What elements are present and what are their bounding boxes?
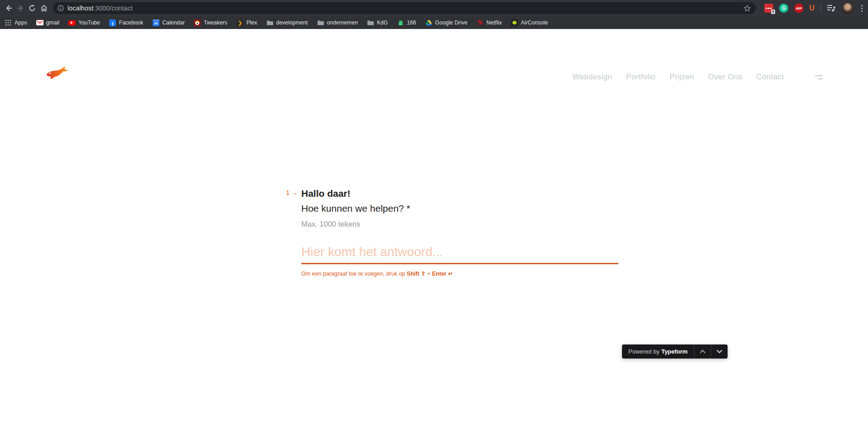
nav-item-prijzen[interactable]: Prijzen [670, 73, 694, 82]
bookmarks-bar: Apps gmail YouTube f Facebook 26 Calenda… [0, 16, 868, 29]
nav-item-over-ons[interactable]: Over Ons [708, 73, 742, 82]
bookmark-facebook[interactable]: f Facebook [109, 19, 144, 26]
bookmark-folder-development[interactable]: development [266, 19, 308, 26]
bookmark-star-icon[interactable] [743, 5, 751, 12]
url-host: localhost [68, 5, 93, 12]
browser-menu-button[interactable] [859, 5, 864, 12]
airconsole-icon [511, 19, 518, 26]
url-text: localhost:3000/contact [68, 5, 133, 12]
chevron-up-icon [699, 349, 706, 354]
bookmark-gmail[interactable]: gmail [36, 19, 59, 26]
android-icon [397, 19, 404, 26]
google-drive-icon [425, 19, 433, 26]
refresh-button[interactable] [26, 2, 38, 14]
site-logo[interactable] [44, 65, 70, 81]
extension-badge: 3 [771, 10, 775, 14]
facebook-icon: f [109, 19, 116, 26]
paragraph-hint: Om een paragraaf toe te voegen, druk op … [301, 270, 618, 277]
grammarly-extension-icon[interactable]: G [779, 4, 788, 13]
chevron-down-icon [716, 349, 723, 354]
folder-icon [367, 19, 374, 26]
shift-key-hint: Shift ⇧ [407, 271, 426, 277]
bookmark-folder-kdg[interactable]: KdG [367, 19, 388, 26]
calendar-icon: 26 [152, 19, 159, 26]
folder-icon [266, 19, 274, 26]
question-number: 1→ [286, 189, 298, 196]
bookmark-airconsole[interactable]: AirConsole [511, 19, 548, 26]
bookmark-youtube[interactable]: YouTube [68, 19, 100, 26]
typeform-brand: Typeform [661, 348, 688, 355]
enter-key-hint: Enter ↵ [432, 271, 453, 277]
page-content: Webdesign Portfolio Prijzen Over Ons Con… [0, 29, 868, 422]
url-path: :3000/contact [93, 5, 133, 12]
screen: localhost:3000/contact •••3 G ABP U Apps… [0, 0, 868, 422]
extension-area: •••3 G ABP U [764, 0, 864, 16]
home-icon [40, 5, 48, 12]
u-extension-icon[interactable]: U [809, 4, 815, 13]
bookmark-google-drive[interactable]: Google Drive [425, 19, 468, 26]
site-nav: Webdesign Portfolio Prijzen Over Ons Con… [573, 73, 823, 82]
gmail-icon [36, 19, 43, 26]
question-subtitle: Hoe kunnen we helpen? * [301, 201, 618, 216]
nav-item-webdesign[interactable]: Webdesign [573, 73, 612, 82]
back-button[interactable] [3, 2, 14, 14]
bookmark-plex[interactable]: ❯ Plex [236, 19, 257, 26]
nav-item-portfolio[interactable]: Portfolio [626, 73, 656, 82]
password-manager-extension-icon[interactable]: •••3 [764, 4, 773, 13]
tweakers-icon [194, 19, 201, 26]
youtube-icon [68, 19, 76, 26]
adblock-plus-extension-icon[interactable]: ABP [794, 4, 803, 13]
question-title: Hallo daar! [301, 186, 618, 201]
nav-menu-icon[interactable] [815, 75, 823, 79]
forward-icon [17, 5, 24, 12]
next-question-button[interactable] [711, 344, 728, 359]
toolbar-separator [820, 4, 821, 12]
nav-item-contact[interactable]: Contact [756, 73, 784, 82]
home-button[interactable] [38, 2, 50, 14]
browser-toolbar: localhost:3000/contact •••3 G ABP U [0, 0, 868, 16]
bookmark-166[interactable]: 166 [397, 19, 416, 26]
refresh-icon [29, 5, 36, 12]
back-icon [5, 5, 12, 12]
answer-input[interactable] [301, 243, 618, 264]
media-controls-icon[interactable] [827, 4, 836, 12]
max-length-hint: Max. 1000 tekens [301, 220, 618, 228]
plex-icon: ❯ [236, 19, 244, 26]
powered-by-typeform-link[interactable]: Powered by Typeform [622, 344, 694, 359]
forward-button[interactable] [14, 2, 26, 14]
page-info-icon[interactable] [58, 5, 64, 11]
orca-logo-icon [44, 65, 70, 81]
address-bar[interactable]: localhost:3000/contact [53, 2, 756, 14]
folder-icon [317, 19, 324, 26]
question-block: Hallo daar! Hoe kunnen we helpen? * Max.… [301, 186, 618, 277]
typeform-widget: Powered by Typeform [622, 344, 728, 359]
netflix-icon: N [477, 19, 484, 26]
apps-grid-icon [5, 19, 12, 26]
bookmark-tweakers[interactable]: Tweakers [194, 19, 227, 26]
bookmark-folder-ondernemen[interactable]: ondernemen [317, 19, 358, 26]
bookmark-apps[interactable]: Apps [5, 19, 27, 26]
bookmark-calendar[interactable]: 26 Calendar [152, 19, 185, 26]
previous-question-button[interactable] [694, 344, 711, 359]
profile-avatar[interactable] [842, 2, 854, 14]
bookmark-netflix[interactable]: N Netflix [477, 19, 502, 26]
question-arrow-icon: → [291, 189, 298, 196]
